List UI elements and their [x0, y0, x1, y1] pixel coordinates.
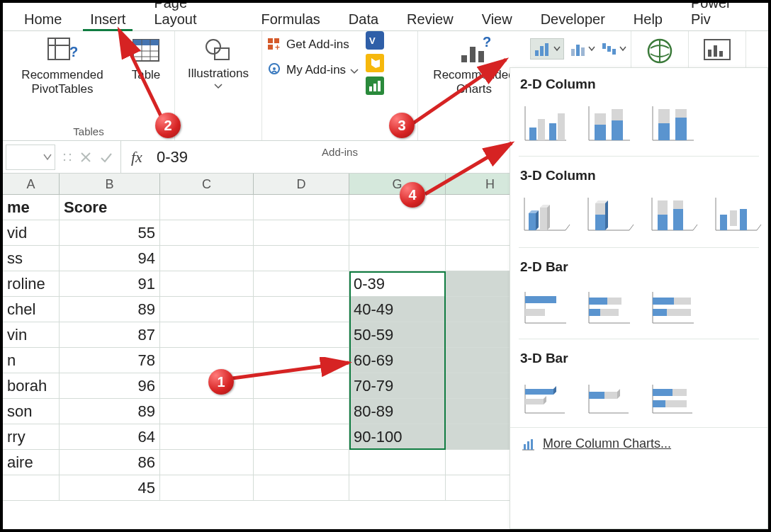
cancel-icon[interactable] — [79, 151, 92, 164]
get-addins-button[interactable]: + Get Add-ins — [266, 37, 349, 52]
tab-review[interactable]: Review — [393, 7, 468, 30]
cell[interactable]: n — [3, 348, 60, 373]
cell[interactable] — [254, 195, 349, 220]
illustrations-button[interactable]: Illustrations — [179, 34, 257, 91]
cell[interactable]: 96 — [60, 373, 160, 399]
visio-icon[interactable]: V — [366, 31, 384, 50]
chart-type-3d-100-stacked-column[interactable] — [648, 191, 699, 234]
tab-formulas[interactable]: Formulas — [247, 7, 334, 30]
cell[interactable]: 89 — [60, 297, 160, 322]
cell[interactable] — [349, 450, 446, 475]
cell[interactable] — [160, 271, 254, 297]
cell[interactable]: chel — [3, 297, 60, 322]
chart-type-100-stacked-column[interactable] — [648, 99, 699, 143]
cell[interactable] — [160, 450, 254, 475]
chart-type-clustered-bar[interactable] — [520, 282, 571, 326]
chart-type-3d-column[interactable] — [711, 191, 762, 234]
cell[interactable] — [160, 220, 254, 246]
chart-type-3d-stacked-column[interactable] — [584, 191, 635, 234]
cell[interactable] — [254, 348, 349, 373]
cell[interactable]: rry — [3, 424, 60, 450]
fx-label[interactable]: fx — [121, 148, 152, 166]
cell[interactable] — [254, 246, 349, 271]
cell[interactable]: 89 — [60, 399, 160, 424]
cell[interactable] — [160, 424, 254, 450]
cell[interactable]: 80-89 — [349, 399, 446, 424]
chart-type-3d-100-stacked-bar[interactable] — [648, 373, 699, 417]
insert-waterfall-dropdown[interactable] — [601, 38, 626, 60]
tab-page-layout[interactable]: Page Layout — [140, 0, 247, 30]
tab-developer[interactable]: Developer — [527, 7, 619, 30]
tab-power-pivot[interactable]: Power Piv — [677, 0, 768, 30]
tab-help[interactable]: Help — [619, 7, 677, 30]
cell[interactable] — [160, 195, 254, 220]
cell[interactable] — [160, 348, 254, 373]
cell[interactable]: me — [3, 195, 60, 220]
tab-home[interactable]: Home — [10, 7, 76, 30]
cell[interactable]: 94 — [60, 246, 160, 271]
sparkline-button[interactable] — [693, 34, 741, 65]
insert-column-chart-dropdown[interactable] — [530, 38, 564, 60]
cell[interactable]: 45 — [60, 475, 160, 501]
cell[interactable] — [254, 322, 349, 348]
more-column-charts-link[interactable]: More Column Charts... — [510, 427, 767, 460]
tab-view[interactable]: View — [468, 7, 527, 30]
col-header-B[interactable]: B — [60, 174, 160, 194]
cell[interactable] — [349, 195, 446, 220]
cell[interactable]: 0-39 — [349, 271, 446, 297]
cell[interactable]: 64 — [60, 424, 160, 450]
cell[interactable] — [160, 322, 254, 348]
cell[interactable] — [349, 475, 446, 501]
cell[interactable] — [160, 246, 254, 271]
chart-type-3d-stacked-bar[interactable] — [584, 373, 635, 417]
col-header-C[interactable]: C — [160, 174, 254, 194]
cell[interactable] — [254, 297, 349, 322]
cell[interactable]: 87 — [60, 322, 160, 348]
cell[interactable]: 55 — [60, 220, 160, 246]
cell[interactable] — [254, 450, 349, 475]
recommended-pivottables-button[interactable]: ? Recommended PivotTables — [7, 34, 118, 98]
chart-type-stacked-bar[interactable] — [584, 282, 635, 326]
cell[interactable] — [349, 220, 446, 246]
col-header-A[interactable]: A — [3, 174, 60, 194]
cell[interactable]: roline — [3, 271, 60, 297]
tab-data[interactable]: Data — [334, 7, 393, 30]
chart-type-stacked-column[interactable] — [584, 99, 635, 143]
cell[interactable] — [254, 220, 349, 246]
cell[interactable] — [254, 399, 349, 424]
chart-type-clustered-column[interactable] — [520, 99, 571, 143]
tab-insert[interactable]: Insert — [76, 7, 140, 30]
people-graph-icon[interactable] — [366, 77, 384, 95]
cell[interactable]: 50-59 — [349, 322, 446, 348]
chart-type-100-stacked-bar[interactable] — [648, 282, 699, 326]
name-box[interactable] — [6, 145, 55, 170]
cell[interactable]: 60-69 — [349, 348, 446, 373]
cell[interactable]: 70-79 — [349, 373, 446, 399]
3d-map-button[interactable] — [636, 34, 684, 68]
table-button[interactable]: Table — [122, 34, 170, 84]
cell[interactable]: 78 — [60, 348, 160, 373]
cell[interactable] — [160, 475, 254, 501]
col-header-D[interactable]: D — [254, 174, 349, 194]
cell[interactable]: 91 — [60, 271, 160, 297]
cell[interactable] — [254, 424, 349, 450]
cell[interactable] — [160, 399, 254, 424]
cell[interactable]: 40-49 — [349, 297, 446, 322]
cell[interactable]: aire — [3, 450, 60, 475]
cell[interactable] — [3, 475, 60, 501]
cell[interactable]: ss — [3, 246, 60, 271]
cell[interactable]: 86 — [60, 450, 160, 475]
cell[interactable] — [160, 297, 254, 322]
cell[interactable] — [349, 246, 446, 271]
cell[interactable] — [160, 373, 254, 399]
enter-icon[interactable] — [99, 151, 113, 164]
my-addins-button[interactable]: My Add-ins — [266, 62, 359, 78]
col-header-G[interactable]: G — [349, 174, 446, 194]
cell[interactable]: Score — [60, 195, 160, 220]
cell[interactable]: vid — [3, 220, 60, 246]
cell[interactable] — [254, 373, 349, 399]
chart-type-3d-clustered-bar[interactable] — [520, 373, 571, 417]
cell[interactable]: 90-100 — [349, 424, 446, 450]
cell[interactable]: son — [3, 399, 60, 424]
cell[interactable]: borah — [3, 373, 60, 399]
